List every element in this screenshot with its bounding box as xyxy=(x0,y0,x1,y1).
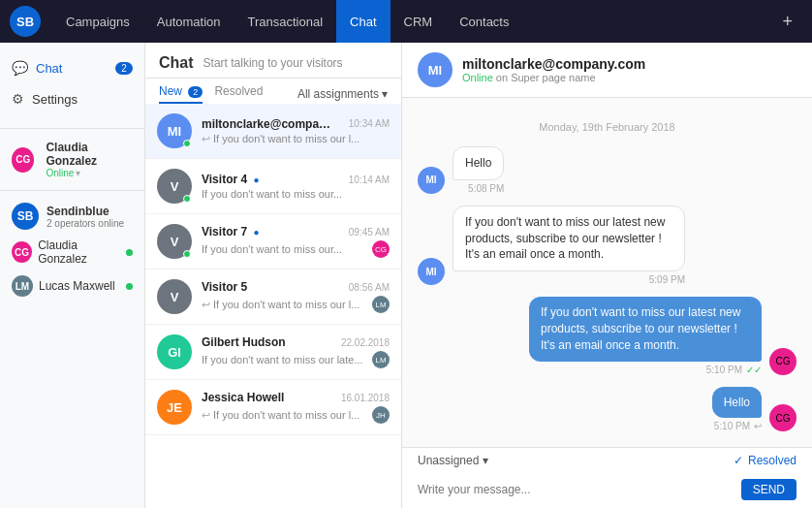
assign-filter[interactable]: All assignments ▾ xyxy=(297,87,388,101)
chat-avatar: GI xyxy=(157,334,192,369)
operator-online-1 xyxy=(126,249,133,256)
message-bubble: If you don't want to miss our latest new… xyxy=(453,206,685,271)
chat-item[interactable]: V Visitor 7 ● 09:45 AM If you don't want… xyxy=(145,214,401,270)
outgoing-agent-avatar: CG xyxy=(769,348,796,375)
status-dot xyxy=(183,250,191,258)
chat-input-row: SEND xyxy=(402,473,812,508)
chat-item[interactable]: JE Jessica Howell 16.01.2018 ↩ If you do… xyxy=(145,380,401,435)
chat-icon: 💬 xyxy=(12,60,28,76)
chat-item-time: 09:45 AM xyxy=(349,227,390,238)
chat-item[interactable]: V Visitor 4 ● 10:14 AM If you don't want… xyxy=(145,159,401,214)
chat-item-body: Gilbert Hudson 22.02.2018 If you don't w… xyxy=(202,335,390,368)
assign-select[interactable]: Unassigned ▾ xyxy=(418,454,488,467)
chat-list-title: Chat Start talking to your visitors xyxy=(159,54,388,72)
chat-item[interactable]: V Visitor 5 08:56 AM ↩ If you don't want… xyxy=(145,270,401,325)
nav-items: Campaigns Automation Transactional Chat … xyxy=(52,0,772,43)
chat-avatar: MI xyxy=(157,113,192,148)
tab-resolved[interactable]: Resolved xyxy=(214,84,263,104)
status-dot xyxy=(183,195,191,203)
sidebar-top-agent[interactable]: CG Claudia Gonzalez Online ▾ xyxy=(0,133,144,186)
tab-new[interactable]: New 2 xyxy=(159,84,203,104)
nav-chat[interactable]: Chat xyxy=(336,0,390,43)
chat-avatar: V xyxy=(157,279,192,314)
assign-label: Unassigned xyxy=(418,454,479,467)
main-container: 💬 Chat 2 ⚙ Settings CG Claudia Gonzalez … xyxy=(0,43,812,508)
resolved-button[interactable]: ✓ Resolved xyxy=(734,454,796,467)
message-time: 5:10 PM ✓✓ xyxy=(706,365,762,375)
operator-item[interactable]: CG Claudia Gonzalez xyxy=(12,236,133,269)
agent-avatar: JH xyxy=(372,406,390,424)
operator-name-1: Claudia Gonzalez xyxy=(38,238,126,266)
nav-add-button[interactable]: + xyxy=(772,12,802,32)
contact-page: on Super page name xyxy=(496,72,596,83)
chat-item[interactable]: MI miltonclarke@company.com 10:34 AM ↩ I… xyxy=(145,104,401,159)
check-circle-icon: ✓ xyxy=(734,454,743,467)
check-icon: ✓✓ xyxy=(746,365,762,375)
message-time: 5:08 PM xyxy=(453,183,504,194)
chevron-down-icon: ▾ xyxy=(483,454,488,467)
chat-item-time: 10:34 AM xyxy=(349,118,390,129)
nav-contacts[interactable]: Contacts xyxy=(446,0,522,43)
message-group: Hello 5:08 PM xyxy=(453,146,504,194)
top-agent-name: Claudia Gonzalez xyxy=(46,141,133,168)
chat-item-preview: If you don't want to miss our... CG xyxy=(202,240,390,258)
outgoing-agent-avatar: CG xyxy=(769,404,796,431)
settings-icon: ⚙ xyxy=(12,91,24,107)
message-row: Hello 5:10 PM ↩ CG xyxy=(418,387,796,432)
brand-sub: 2 operators online xyxy=(47,218,124,229)
chat-list-header: Chat Start talking to your visitors xyxy=(145,43,401,79)
chat-item-preview: ↩ If you don't want to miss our l... xyxy=(202,133,390,145)
chat-input[interactable] xyxy=(418,483,741,496)
top-agent-avatar: CG xyxy=(12,147,34,173)
message-bubble: Hello xyxy=(712,387,762,419)
nav-transactional[interactable]: Transactional xyxy=(234,0,337,43)
resolved-label: Resolved xyxy=(748,454,796,467)
chat-item-body: Visitor 5 08:56 AM ↩ If you don't want t… xyxy=(202,280,390,313)
operator-avatar-1: CG xyxy=(12,241,32,263)
contact-status-line: Online on Super page name xyxy=(462,72,645,83)
operator-list: CG Claudia Gonzalez LM Lucas Maxwell xyxy=(12,236,133,300)
chat-item[interactable]: GI Gilbert Hudson 22.02.2018 If you don'… xyxy=(145,325,401,380)
brand-section: SB Sendinblue 2 operators online xyxy=(12,203,133,230)
nav-campaigns[interactable]: Campaigns xyxy=(52,0,143,43)
sidebar-divider xyxy=(0,128,144,129)
chat-item-top: miltonclarke@company.com 10:34 AM xyxy=(202,117,390,131)
message-row: MI Hello 5:08 PM xyxy=(418,146,796,194)
sidebar-nav: 💬 Chat 2 ⚙ Settings xyxy=(0,43,144,124)
chat-avatar: JE xyxy=(157,390,192,425)
chat-avatar: V xyxy=(157,169,192,204)
svg-text:SB: SB xyxy=(16,15,34,29)
chat-bottom-controls: Unassigned ▾ ✓ Resolved xyxy=(402,448,812,473)
sidebar-item-settings[interactable]: ⚙ Settings xyxy=(0,83,144,114)
nav-crm[interactable]: CRM xyxy=(390,0,447,43)
chat-item-preview: If you don't want to miss our late... LM xyxy=(202,351,390,368)
operator-online-2 xyxy=(126,283,133,290)
chat-item-name: Jessica Howell xyxy=(202,391,284,404)
chat-item-top: Gilbert Hudson 22.02.2018 xyxy=(202,335,390,349)
chat-area: MI miltonclarke@company.com Online on Su… xyxy=(402,43,812,508)
message-bubble: Hello xyxy=(453,146,504,180)
chat-item-name: Visitor 7 ● xyxy=(202,225,260,238)
message-row: If you don't want to miss our latest new… xyxy=(418,297,796,374)
chat-list-panel: Chat Start talking to your visitors New … xyxy=(145,43,402,508)
contact-name: miltonclarke@company.com xyxy=(462,56,645,72)
brand-icon: SB xyxy=(12,203,39,230)
agent-avatar: LM xyxy=(372,296,390,313)
app-logo[interactable]: SB xyxy=(10,6,41,37)
agent-avatar: CG xyxy=(372,240,390,258)
operator-section: SB Sendinblue 2 operators online CG Clau… xyxy=(0,195,144,307)
send-button[interactable]: SEND xyxy=(741,479,796,500)
message-bubble: If you don't want to miss our latest new… xyxy=(529,297,762,361)
nav-automation[interactable]: Automation xyxy=(143,0,234,43)
sidebar-item-chat[interactable]: 💬 Chat 2 xyxy=(0,52,144,83)
chat-list-subtitle: Start talking to your visitors xyxy=(203,56,343,70)
agent-avatar: LM xyxy=(372,351,390,368)
top-nav: SB Campaigns Automation Transactional Ch… xyxy=(0,0,812,43)
chat-bottom-bar: Unassigned ▾ ✓ Resolved SEND xyxy=(402,447,812,508)
chat-area-header: MI miltonclarke@company.com Online on Su… xyxy=(402,43,812,98)
chat-item-name: miltonclarke@company.com xyxy=(202,117,337,131)
chat-item-body: Jessica Howell 16.01.2018 ↩ If you don't… xyxy=(202,391,390,424)
sidebar-chat-label: Chat xyxy=(36,61,62,76)
operator-item[interactable]: LM Lucas Maxwell xyxy=(12,272,133,300)
message-row: MI If you don't want to miss our latest … xyxy=(418,206,796,285)
